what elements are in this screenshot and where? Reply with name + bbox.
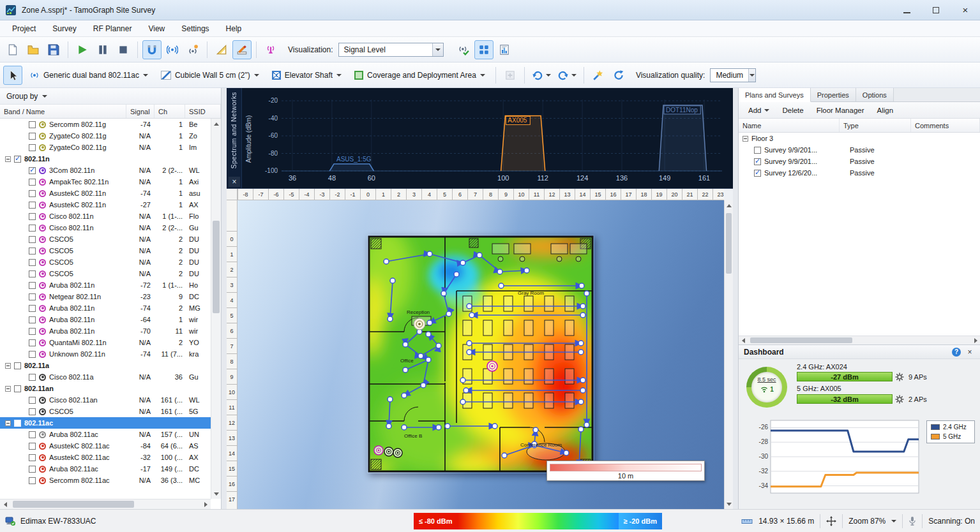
dashboard-close-button[interactable]: ×	[965, 348, 975, 357]
panel-splitter[interactable]	[222, 88, 227, 509]
zoom-dropdown-icon[interactable]	[891, 520, 896, 522]
map-vertical-scrollbar[interactable]	[724, 200, 733, 509]
network-checkbox[interactable]	[29, 454, 36, 461]
network-row[interactable]: Aruba 802.11ac -17 149 (... DC	[0, 463, 211, 475]
pan-icon[interactable]	[826, 516, 836, 526]
network-row[interactable]: Sercomm 802.11ac N/A 36 (3... MC	[0, 475, 211, 486]
survey-checkbox[interactable]	[754, 170, 761, 177]
add-button[interactable]: Add	[743, 105, 775, 116]
network-row[interactable]: CSCO5 N/A 2 DU	[0, 233, 211, 245]
save-project-button[interactable]	[44, 40, 63, 59]
network-checkbox[interactable]	[29, 190, 36, 197]
network-row[interactable]: Aruba 802.11n -64 1 wir	[0, 314, 211, 325]
column-signal[interactable]: Signal	[126, 105, 155, 118]
maximize-button[interactable]	[921, 0, 951, 20]
column-band-name[interactable]: Band / Name	[0, 105, 126, 118]
network-checkbox[interactable]	[29, 328, 36, 335]
select-aps-button[interactable]	[454, 40, 473, 59]
tree-expander-icon[interactable]	[743, 136, 748, 142]
spectrum-survey-mode-button[interactable]	[183, 40, 202, 59]
network-checkbox[interactable]	[29, 236, 36, 243]
open-project-button[interactable]	[24, 40, 43, 59]
spectrum-close-button[interactable]: ×	[229, 177, 240, 187]
network-row[interactable]: Aruba 802.11n -70 11 wir	[0, 325, 211, 337]
network-checkbox[interactable]	[29, 133, 36, 140]
survey-row[interactable]: Survey 12/6/20... Passive	[739, 167, 980, 179]
network-row[interactable]: QuantaMi 802.11n N/A 2 YO	[0, 337, 211, 348]
selection-cursor-button[interactable]	[3, 66, 22, 85]
ap-model-dropdown[interactable]: Generic dual band 802.11ac	[24, 66, 154, 85]
undo-button[interactable]	[529, 66, 554, 85]
network-checkbox[interactable]	[29, 179, 36, 186]
passive-survey-mode-button[interactable]	[142, 40, 162, 59]
network-checkbox[interactable]	[29, 202, 36, 209]
network-row[interactable]: Cisco 802.11n N/A 1 (1-... Flo	[0, 211, 211, 222]
network-row[interactable]: ZygateCo 802.11g N/A 1 Zo	[0, 130, 211, 142]
tree-expander-icon[interactable]	[5, 386, 11, 392]
help-icon[interactable]: ?	[952, 348, 961, 357]
network-row[interactable]: 3Com 802.11n N/A 2 (2-... WL	[0, 165, 211, 176]
network-checkbox[interactable]	[29, 248, 36, 255]
zoom-level[interactable]: Zoom 87%	[848, 517, 886, 526]
network-checkbox[interactable]	[14, 362, 21, 369]
menu-item[interactable]: Settings	[173, 20, 217, 36]
spectrum-tab-label[interactable]: Spectrum and Networks	[230, 92, 237, 168]
network-checkbox[interactable]	[29, 466, 36, 473]
right-panel-splitter[interactable]	[733, 88, 739, 509]
align-button[interactable]: Align	[871, 105, 900, 116]
new-project-button[interactable]	[3, 40, 22, 59]
network-row[interactable]: Aruba 802.11n -74 2 MG	[0, 302, 211, 314]
rf-planner-tool-button[interactable]	[261, 40, 280, 59]
network-row[interactable]: Cisco 802.11an N/A 161 (... WL	[0, 394, 211, 406]
survey-checkbox[interactable]	[754, 158, 761, 165]
network-row[interactable]: Aruba 802.11ac N/A 157 (... UN	[0, 429, 211, 440]
apply-changes-button[interactable]	[501, 66, 520, 85]
network-checkbox[interactable]	[29, 339, 36, 346]
gear-icon[interactable]	[894, 394, 905, 404]
network-row[interactable]: 802.11ac	[0, 417, 211, 429]
network-row[interactable]: CSCO5 N/A 2 DU	[0, 245, 211, 256]
network-checkbox[interactable]	[29, 282, 36, 289]
network-checkbox[interactable]	[29, 167, 36, 174]
panel-tab[interactable]: Plans and Surveys	[739, 88, 811, 102]
menu-item[interactable]: Help	[218, 20, 250, 36]
network-checkbox[interactable]	[14, 385, 21, 392]
network-checkbox[interactable]	[14, 420, 21, 427]
network-row[interactable]: 802.11n	[0, 153, 211, 165]
network-checkbox[interactable]	[29, 431, 36, 438]
network-row[interactable]: AmpakTec 802.11n N/A 1 Axi	[0, 176, 211, 188]
survey-checkbox[interactable]	[754, 147, 761, 154]
tree-expander-icon[interactable]	[5, 156, 11, 162]
network-checkbox[interactable]	[29, 477, 36, 484]
network-checkbox[interactable]	[29, 225, 36, 232]
network-checkbox[interactable]	[29, 351, 36, 358]
network-row[interactable]: 802.11an	[0, 383, 211, 394]
network-row[interactable]: AsustekC 802.11n -27 1 AX	[0, 199, 211, 211]
start-survey-button[interactable]	[73, 40, 92, 59]
surveys-horizontal-scrollbar[interactable]	[739, 336, 980, 344]
tree-expander-icon[interactable]	[5, 420, 11, 426]
redo-button[interactable]	[555, 66, 579, 85]
network-checkbox[interactable]	[29, 213, 36, 220]
network-checkbox[interactable]	[29, 259, 36, 266]
pause-survey-button[interactable]	[93, 40, 112, 59]
auto-visualize-button[interactable]	[589, 66, 608, 85]
group-by-control[interactable]: Group by	[0, 88, 221, 105]
visualization-quality-select[interactable]: Medium	[710, 68, 756, 82]
network-checkbox[interactable]	[29, 408, 36, 415]
floor-manager-button[interactable]: Floor Manager	[811, 105, 870, 116]
network-checkbox[interactable]	[29, 270, 36, 277]
spectrum-tab-strip[interactable]: Spectrum and Networks ×	[227, 88, 242, 188]
delete-button[interactable]: Delete	[776, 105, 809, 116]
network-checkbox[interactable]	[29, 305, 36, 312]
networks-vertical-scrollbar[interactable]	[211, 119, 221, 499]
network-row[interactable]: CSCO5 N/A 161 (... 5G	[0, 406, 211, 417]
network-row[interactable]: Netgear 802.11n -23 9 DC	[0, 291, 211, 302]
column-name[interactable]: Name	[739, 119, 840, 132]
close-button[interactable]: ×	[951, 0, 980, 20]
wall-type-dropdown[interactable]: Cubicle Wall 5 cm (2")	[155, 66, 265, 85]
edit-walls-button[interactable]	[232, 40, 252, 59]
network-checkbox[interactable]	[29, 316, 36, 323]
network-row[interactable]: AsustekC 802.11n -74 1 asu	[0, 188, 211, 199]
network-checkbox[interactable]	[14, 156, 21, 163]
